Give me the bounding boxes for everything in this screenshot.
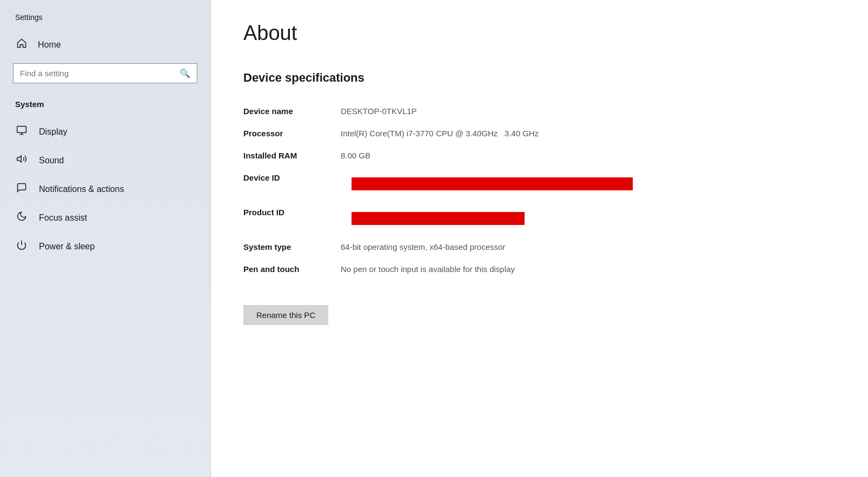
specs-table: Device name DESKTOP-0TKVL1P Processor In… xyxy=(243,100,836,280)
search-icon: 🔍 xyxy=(180,68,190,78)
spec-label-pen-touch: Pen and touch xyxy=(243,258,330,280)
sound-icon xyxy=(15,154,28,167)
home-icon xyxy=(15,38,28,51)
spec-value-ram: 8.00 GB xyxy=(330,144,836,167)
spec-label-processor: Processor xyxy=(243,122,330,144)
spec-value-system-type: 64-bit operating system, x64-based proce… xyxy=(330,236,836,258)
svg-rect-0 xyxy=(17,127,26,133)
sidebar-item-notifications[interactable]: Notifications & actions xyxy=(0,175,210,203)
device-specs-title: Device specifications xyxy=(243,71,836,85)
sidebar-item-power[interactable]: Power & sleep xyxy=(0,232,210,261)
product-id-redacted xyxy=(352,212,525,225)
sidebar: Settings Home 🔍 System Display xyxy=(0,0,211,477)
spec-label-device-id: Device ID xyxy=(243,167,330,201)
sidebar-item-focus[interactable]: Focus assist xyxy=(0,203,210,232)
svg-marker-3 xyxy=(17,156,22,162)
focus-label: Focus assist xyxy=(39,213,87,223)
system-section-label: System xyxy=(0,94,210,117)
spec-label-device-name: Device name xyxy=(243,100,330,122)
display-icon xyxy=(15,125,28,138)
display-label: Display xyxy=(39,127,67,137)
spec-label-system-type: System type xyxy=(243,236,330,258)
sidebar-item-sound[interactable]: Sound xyxy=(0,146,210,175)
main-content: About Device specifications Device name … xyxy=(211,0,868,477)
search-box[interactable]: 🔍 xyxy=(13,63,197,83)
rename-pc-button[interactable]: Rename this PC xyxy=(243,305,328,325)
sidebar-item-display[interactable]: Display xyxy=(0,117,210,146)
spec-value-product-id xyxy=(330,201,836,236)
spec-label-product-id: Product ID xyxy=(243,201,330,236)
sidebar-home-item[interactable]: Home xyxy=(0,30,210,59)
power-icon xyxy=(15,240,28,253)
notifications-label: Notifications & actions xyxy=(39,184,124,194)
focus-icon xyxy=(15,211,28,224)
home-label: Home xyxy=(38,40,61,50)
power-label: Power & sleep xyxy=(39,242,95,251)
search-input[interactable] xyxy=(20,69,175,78)
notifications-icon xyxy=(15,182,28,196)
spec-value-device-name: DESKTOP-0TKVL1P xyxy=(330,100,836,122)
page-title: About xyxy=(243,22,836,45)
sound-label: Sound xyxy=(39,156,64,165)
spec-value-pen-touch: No pen or touch input is available for t… xyxy=(330,258,836,280)
spec-label-ram: Installed RAM xyxy=(243,144,330,167)
spec-value-processor: Intel(R) Core(TM) i7-3770 CPU @ 3.40GHz … xyxy=(330,122,836,144)
settings-title: Settings xyxy=(0,0,210,30)
device-id-redacted xyxy=(352,177,633,190)
spec-value-device-id xyxy=(330,167,836,201)
